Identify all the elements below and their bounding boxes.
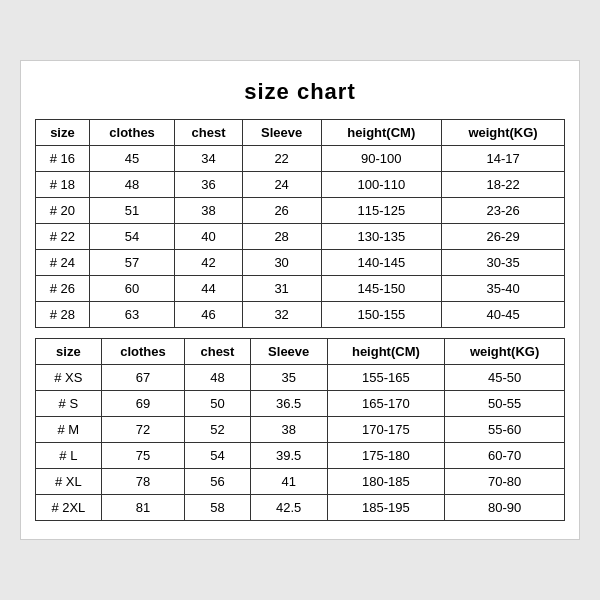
table-cell: 75 [101, 443, 184, 469]
column-header: weight(KG) [442, 120, 565, 146]
table-cell: 30-35 [442, 250, 565, 276]
column-header: Sleeve [250, 339, 327, 365]
table-cell: 180-185 [327, 469, 445, 495]
table-row: # S695036.5165-17050-55 [36, 391, 565, 417]
table-cell: 39.5 [250, 443, 327, 469]
table2-header-row: sizeclotheschestSleeveheight(CM)weight(K… [36, 339, 565, 365]
table-cell: # 24 [36, 250, 90, 276]
table-cell: # 16 [36, 146, 90, 172]
table-cell: 69 [101, 391, 184, 417]
table-cell: 51 [89, 198, 175, 224]
table-cell: 170-175 [327, 417, 445, 443]
table-cell: 35-40 [442, 276, 565, 302]
table-row: # XL785641180-18570-80 [36, 469, 565, 495]
column-header: size [36, 339, 102, 365]
table-row: # 28634632150-15540-45 [36, 302, 565, 328]
column-header: clothes [101, 339, 184, 365]
table-cell: # XS [36, 365, 102, 391]
size-table-2: sizeclotheschestSleeveheight(CM)weight(K… [35, 338, 565, 521]
table-cell: 50 [185, 391, 251, 417]
table-cell: 42.5 [250, 495, 327, 521]
chart-title: size chart [35, 79, 565, 105]
table-cell: 54 [89, 224, 175, 250]
table-cell: 80-90 [445, 495, 565, 521]
table1-body: # 1645342290-10014-17# 18483624100-11018… [36, 146, 565, 328]
table-cell: # 20 [36, 198, 90, 224]
table-cell: # 2XL [36, 495, 102, 521]
table-cell: 57 [89, 250, 175, 276]
table-cell: 115-125 [321, 198, 442, 224]
table-cell: 60-70 [445, 443, 565, 469]
table-cell: 175-180 [327, 443, 445, 469]
table-cell: 38 [175, 198, 242, 224]
column-header: Sleeve [242, 120, 321, 146]
table-cell: 42 [175, 250, 242, 276]
table-cell: # S [36, 391, 102, 417]
table-cell: 41 [250, 469, 327, 495]
table-cell: 130-135 [321, 224, 442, 250]
table-cell: 54 [185, 443, 251, 469]
table-row: # L755439.5175-18060-70 [36, 443, 565, 469]
table-cell: # 22 [36, 224, 90, 250]
table-row: # M725238170-17555-60 [36, 417, 565, 443]
size-table-1: sizeclotheschestSleeveheight(CM)weight(K… [35, 119, 565, 328]
table-cell: 48 [185, 365, 251, 391]
table-row: # 1645342290-10014-17 [36, 146, 565, 172]
table-cell: 38 [250, 417, 327, 443]
table-cell: 165-170 [327, 391, 445, 417]
column-header: size [36, 120, 90, 146]
table2-body: # XS674835155-16545-50# S695036.5165-170… [36, 365, 565, 521]
column-header: clothes [89, 120, 175, 146]
table-cell: 45-50 [445, 365, 565, 391]
table-cell: 50-55 [445, 391, 565, 417]
table-cell: 45 [89, 146, 175, 172]
table-cell: 34 [175, 146, 242, 172]
table-cell: 52 [185, 417, 251, 443]
table-cell: 155-165 [327, 365, 445, 391]
table-cell: 26 [242, 198, 321, 224]
column-header: height(CM) [327, 339, 445, 365]
table-cell: 31 [242, 276, 321, 302]
table-cell: 67 [101, 365, 184, 391]
table-cell: 14-17 [442, 146, 565, 172]
table-row: # 26604431145-15035-40 [36, 276, 565, 302]
table-cell: # 18 [36, 172, 90, 198]
table-cell: 23-26 [442, 198, 565, 224]
table-cell: 36.5 [250, 391, 327, 417]
table-cell: 150-155 [321, 302, 442, 328]
table-cell: 72 [101, 417, 184, 443]
table-cell: 60 [89, 276, 175, 302]
column-header: weight(KG) [445, 339, 565, 365]
table-cell: 90-100 [321, 146, 442, 172]
table-cell: # L [36, 443, 102, 469]
column-header: chest [175, 120, 242, 146]
table-cell: 56 [185, 469, 251, 495]
table-cell: # XL [36, 469, 102, 495]
table-cell: 185-195 [327, 495, 445, 521]
table-cell: 70-80 [445, 469, 565, 495]
table-cell: 28 [242, 224, 321, 250]
column-header: height(CM) [321, 120, 442, 146]
table-cell: 81 [101, 495, 184, 521]
table-cell: 40 [175, 224, 242, 250]
table-cell: 78 [101, 469, 184, 495]
table-cell: 55-60 [445, 417, 565, 443]
table-row: # XS674835155-16545-50 [36, 365, 565, 391]
table-cell: 58 [185, 495, 251, 521]
size-chart-card: size chart sizeclotheschestSleeveheight(… [20, 60, 580, 540]
column-header: chest [185, 339, 251, 365]
table-cell: # 26 [36, 276, 90, 302]
table-cell: 63 [89, 302, 175, 328]
table-cell: 35 [250, 365, 327, 391]
table-cell: # 28 [36, 302, 90, 328]
table-row: # 18483624100-11018-22 [36, 172, 565, 198]
table-cell: # M [36, 417, 102, 443]
table-cell: 48 [89, 172, 175, 198]
table-cell: 40-45 [442, 302, 565, 328]
table-row: # 24574230140-14530-35 [36, 250, 565, 276]
table-cell: 22 [242, 146, 321, 172]
table-cell: 140-145 [321, 250, 442, 276]
table-cell: 24 [242, 172, 321, 198]
table-cell: 26-29 [442, 224, 565, 250]
table1-header-row: sizeclotheschestSleeveheight(CM)weight(K… [36, 120, 565, 146]
